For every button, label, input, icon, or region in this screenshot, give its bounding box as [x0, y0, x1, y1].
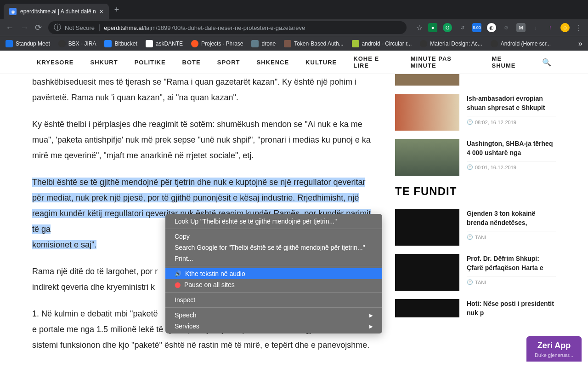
ctx-lookup[interactable]: Look Up "Thelbi është se të gjithë mendo…: [165, 216, 382, 227]
ctx-print[interactable]: Print...: [165, 253, 382, 264]
sidebar-article[interactable]: Ish-ambasadori evropian shuan shpresat e…: [395, 94, 556, 131]
tab-strip: ◉ eperditshme.al | A duhet dalë n × +: [0, 0, 588, 19]
star-icon[interactable]: ☆: [416, 23, 423, 32]
article-title: Hoti: Nëse posti i presidentit nuk p: [467, 299, 556, 317]
article-thumb: [395, 74, 459, 86]
nav-item[interactable]: POLITIKE: [135, 59, 166, 66]
article-time: 🕐 TANI: [467, 231, 556, 240]
article-time: 🕐 00:01, 16-12-2019: [467, 161, 556, 170]
zeri-title: Zeri App: [530, 341, 578, 351]
back-icon[interactable]: ←: [6, 23, 14, 33]
ctx-search[interactable]: Search Google for "Thelbi është se të gj…: [165, 242, 382, 253]
download-icon[interactable]: ↓: [531, 23, 540, 32]
nav-item[interactable]: BOTE: [182, 59, 201, 66]
chevron-right-icon: ▶: [369, 313, 373, 318]
bookmark[interactable]: Bitbucket: [104, 40, 137, 47]
context-menu: Look Up "Thelbi është se të gjithë mendo…: [165, 214, 382, 334]
nav-item[interactable]: SPORT: [217, 59, 240, 66]
ext-icon[interactable]: ◐: [487, 23, 496, 32]
nav-item[interactable]: KRYESORE: [37, 59, 74, 66]
ext-icon[interactable]: ↺: [458, 23, 467, 32]
new-tab-button[interactable]: +: [114, 5, 119, 15]
article-time: 🕐 TANI: [467, 276, 556, 285]
ext-icon[interactable]: ⁝: [546, 23, 555, 32]
nav-item[interactable]: SHKENCE: [257, 59, 289, 66]
article-thumb: [395, 299, 459, 317]
site-nav: KRYESORE SHKURT POLITIKE BOTE SPORT SHKE…: [0, 51, 588, 74]
bookmark[interactable]: Material Design: Ac...: [420, 40, 482, 47]
ext-icon[interactable]: G: [443, 23, 452, 32]
ctx-pause[interactable]: ⬤Pause on all sites: [165, 279, 382, 290]
bookmark[interactable]: Projects · Phrase: [191, 40, 243, 47]
ext-badge[interactable]: 8.00: [472, 23, 481, 32]
sidebar: 🕐 05:32, 18-12-2019 Ish-ambasadori evrop…: [395, 74, 556, 368]
article-title: Uashington, SHBA-ja tërheq 4 000 ushtarë…: [467, 139, 556, 157]
bookmark[interactable]: android - Circular r...: [352, 40, 412, 47]
article-thumb: [395, 139, 459, 176]
forward-icon[interactable]: →: [20, 23, 28, 33]
toolbar: ← → ⟳ ⓘ Not Secure | eperditshme.al/lajm…: [0, 19, 588, 36]
ctx-speech[interactable]: Speech▶: [165, 310, 382, 321]
avatar[interactable]: ☺: [560, 23, 570, 32]
paragraph: Ky është thelbi i përplasjes dhe reagimi…: [32, 116, 377, 163]
stop-icon: ⬤: [175, 282, 181, 288]
extensions: ☆ ● G ↺ 8.00 ◐ ⚙ M ↓ ⁝ ☺ ⋮: [416, 23, 582, 32]
close-icon[interactable]: ×: [100, 8, 103, 15]
bookmark[interactable]: Token-Based Auth...: [284, 40, 343, 47]
bookmarks-bar: Standup Meet BBX - JIRA Bitbucket askDAN…: [0, 36, 588, 51]
bookmark[interactable]: askDANTE: [146, 40, 183, 47]
ctx-inspect[interactable]: Inspect: [165, 294, 382, 305]
sidebar-article[interactable]: Gjenden 3 ton kokainë brenda nëndetëses,…: [395, 209, 556, 246]
bookmarks-overflow[interactable]: »: [578, 40, 582, 48]
section-heading: TE FUNDIT: [395, 185, 556, 198]
article-time: 🕐 08:02, 16-12-2019: [467, 116, 556, 125]
article-thumb: [395, 209, 459, 246]
nav-item[interactable]: ME SHUME: [492, 55, 526, 69]
url-text: eperditshme.al/lajm/1899700/a-duhet-dale…: [104, 24, 305, 31]
search-icon[interactable]: 🔍: [542, 58, 551, 67]
ext-icon[interactable]: ⚙: [502, 23, 511, 32]
security-status: Not Secure: [65, 24, 95, 31]
favicon-icon: ◉: [9, 8, 17, 15]
nav-item[interactable]: MINUTE PAS MINUTE: [411, 55, 475, 69]
bookmark[interactable]: drone: [251, 40, 276, 47]
sidebar-article[interactable]: Hoti: Nëse posti i presidentit nuk p: [395, 299, 556, 321]
zeri-popup[interactable]: Zeri App Duke gjeneruar...: [526, 336, 582, 362]
tab-title: eperditshme.al | A duhet dalë n: [20, 8, 96, 15]
ext-icon[interactable]: M: [516, 23, 526, 32]
ctx-services[interactable]: Services▶: [165, 321, 382, 332]
chevron-right-icon: ▶: [369, 324, 373, 329]
bookmark[interactable]: BBX - JIRA: [58, 40, 96, 47]
menu-icon[interactable]: ⋮: [575, 23, 582, 32]
nav-item[interactable]: SHKURT: [90, 59, 118, 66]
nav-item[interactable]: KULTURE: [305, 59, 337, 66]
ext-icon[interactable]: ●: [428, 23, 437, 32]
article-title: Ish-ambasadori evropian shuan shpresat e…: [467, 94, 556, 112]
nav-item[interactable]: KOHE E LIRE: [353, 55, 394, 69]
ctx-tts[interactable]: 🔊Kthe tekstin në audio: [165, 268, 382, 279]
bookmark[interactable]: Standup Meet: [6, 40, 50, 47]
reload-icon[interactable]: ⟳: [35, 23, 42, 33]
paragraph: bashkëbiseduesit mes të tjerash se "Rama…: [32, 74, 377, 105]
sidebar-article[interactable]: 🕐 05:32, 18-12-2019: [395, 74, 556, 86]
audio-icon: 🔊: [175, 270, 181, 277]
article-thumb: [395, 94, 459, 131]
active-tab[interactable]: ◉ eperditshme.al | A duhet dalë n ×: [4, 4, 109, 19]
article-thumb: [395, 254, 459, 291]
article-title: Gjenden 3 ton kokainë brenda nëndetëses,: [467, 209, 556, 227]
ctx-copy[interactable]: Copy: [165, 231, 382, 242]
sidebar-article[interactable]: Prof. Dr. Dëfrim Shkupi: Çfarë përfaqëso…: [395, 254, 556, 291]
sidebar-article[interactable]: Uashington, SHBA-ja tërheq 4 000 ushtarë…: [395, 139, 556, 176]
bookmark[interactable]: Android (Home scr...: [491, 40, 551, 47]
article-title: Prof. Dr. Dëfrim Shkupi: Çfarë përfaqëso…: [467, 254, 556, 272]
info-icon[interactable]: ⓘ: [54, 23, 61, 33]
address-bar[interactable]: ⓘ Not Secure | eperditshme.al/lajm/18997…: [48, 21, 407, 34]
zeri-status: Duke gjeneruar...: [530, 352, 578, 358]
